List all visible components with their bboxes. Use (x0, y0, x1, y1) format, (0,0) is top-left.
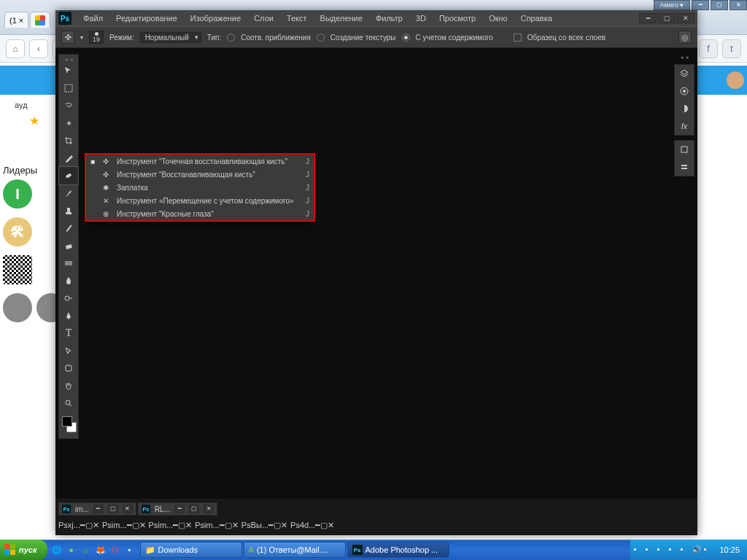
history-brush-tool[interactable] (59, 219, 78, 237)
browser-maximize[interactable]: ▢ (711, 0, 728, 10)
home-button[interactable]: ⌂ (6, 39, 25, 58)
radio-proximity[interactable] (227, 34, 235, 42)
doc-tab[interactable]: Ps4d...━▢✕ (290, 521, 334, 530)
doc-tab-close[interactable]: ✕ (123, 505, 133, 513)
history-panel-icon[interactable] (675, 141, 694, 158)
taskbar-item-mail[interactable]: A (1) Ответы@Mail.... (244, 542, 346, 558)
doc-tab-min[interactable]: ━ (174, 505, 185, 513)
back-button[interactable]: ‹ (29, 39, 48, 58)
doc-tab-max[interactable]: ▢ (189, 505, 199, 513)
properties-panel-icon[interactable] (675, 158, 694, 176)
menu-window[interactable]: Окно (483, 12, 514, 25)
tray-clock[interactable]: 10:25 (715, 545, 744, 554)
avatar[interactable] (3, 293, 32, 322)
move-tool[interactable] (59, 62, 78, 79)
wand-tool[interactable]: ✶ (59, 114, 78, 132)
ql-unknown-icon[interactable]: • (123, 543, 136, 556)
marquee-tool[interactable] (59, 79, 78, 97)
tray-icon[interactable]: • (668, 545, 678, 555)
menu-filter[interactable]: Фильтр (370, 12, 409, 25)
healing-brush-tool[interactable] (59, 167, 78, 184)
menu-help[interactable]: Справка (515, 12, 558, 25)
menu-view[interactable]: Просмотр (433, 12, 481, 25)
color-swatches[interactable] (59, 415, 78, 437)
avatar[interactable]: 🛠 (3, 217, 32, 246)
browser-minimize[interactable]: ━ (692, 0, 709, 10)
ps-maximize[interactable]: ▢ (658, 13, 676, 23)
tray-icon[interactable]: • (657, 545, 667, 555)
ql-firefox-icon[interactable]: 🦊 (94, 543, 107, 556)
gradient-tool[interactable] (59, 254, 78, 272)
doc-tab-close[interactable]: ✕ (204, 505, 214, 513)
start-button[interactable]: пуск (0, 540, 47, 560)
avatar[interactable] (3, 255, 32, 284)
browser-tab[interactable]: (1 × (4, 12, 28, 28)
tool-preset-icon[interactable]: ✜ (61, 31, 74, 44)
channels-panel-icon[interactable] (675, 82, 694, 100)
tray-icon[interactable]: • (633, 545, 643, 555)
lasso-tool[interactable] (59, 97, 78, 114)
avatar[interactable]: I (3, 179, 32, 209)
doc-tab[interactable]: Psim...━▢✕ (195, 521, 239, 530)
taskbar-item-photoshop[interactable]: Ps Adobe Photoshop ... (347, 542, 449, 558)
doc-tab-min[interactable]: ━ (93, 505, 104, 513)
ql-amigo-icon[interactable]: ● (65, 543, 78, 556)
tray-volume-icon[interactable]: 🔊 (692, 545, 702, 555)
sample-all-checkbox[interactable] (514, 34, 522, 42)
brush-size-picker[interactable]: 19 (89, 31, 104, 44)
flyout-item-content-aware-move[interactable]: ✕ Инструмент «Перемещение с учетом содер… (86, 194, 314, 207)
profile-avatar[interactable] (727, 71, 744, 89)
doc-tab[interactable]: Psxj...━▢✕ (58, 521, 99, 530)
ps-minimize[interactable]: ━ (639, 13, 657, 23)
flyout-item-spot-healing[interactable]: ■ ✜ Инструмент "Точечная восстанавливающ… (86, 155, 314, 168)
doc-tab[interactable]: PsВы...━▢✕ (241, 521, 287, 530)
eraser-tool[interactable] (59, 237, 78, 254)
doc-tab[interactable]: Psim...━▢✕ (149, 521, 193, 530)
menu-layer[interactable]: Слои (248, 12, 279, 25)
taskbar-item-downloads[interactable]: 📁 Downloads (140, 542, 242, 558)
menu-select[interactable]: Выделение (314, 12, 368, 25)
menu-edit[interactable]: Редактирование (110, 12, 183, 25)
pressure-icon[interactable]: ◎ (678, 31, 692, 44)
flyout-item-patch[interactable]: ✱ Заплатка J (86, 181, 314, 194)
doc-tab[interactable]: Ps im... ━ ▢ ✕ (58, 502, 136, 516)
ql-opera-icon[interactable]: O (109, 543, 122, 556)
menu-3d[interactable]: 3D (410, 12, 432, 25)
styles-panel-icon[interactable]: fx (675, 117, 694, 135)
dock-grip[interactable]: ◄◄ (674, 54, 694, 60)
tray-icon[interactable]: • (645, 545, 655, 555)
radio-content-aware[interactable] (402, 34, 410, 42)
hand-tool[interactable] (59, 377, 78, 394)
zoom-tool[interactable] (59, 394, 78, 412)
amigo-menu[interactable]: Амиго ▾ (654, 0, 690, 10)
type-tool[interactable]: T (59, 324, 78, 342)
shape-tool[interactable] (59, 359, 78, 377)
doc-tab[interactable]: Psim...━▢✕ (102, 521, 146, 530)
radio-texture[interactable] (317, 34, 325, 42)
ql-utorrent-icon[interactable]: µ (80, 543, 93, 556)
menu-image[interactable]: Изображение (185, 12, 247, 25)
browser-close[interactable]: ✕ (729, 0, 747, 10)
ql-chrome-icon[interactable]: 🌐 (50, 543, 63, 556)
browser-tab[interactable] (30, 12, 50, 28)
flyout-item-healing[interactable]: ✜ Инструмент "Восстанавливающая кисть" J (86, 168, 314, 181)
stamp-tool[interactable] (59, 202, 78, 219)
dodge-tool[interactable] (59, 289, 78, 307)
blur-tool[interactable] (59, 272, 78, 289)
menu-file[interactable]: Файл (77, 12, 109, 25)
tray-icon[interactable]: • (703, 545, 713, 555)
doc-tab[interactable]: Ps RL... ━ ▢ ✕ (138, 502, 217, 516)
toolbox-grip[interactable]: ◄◄ (59, 56, 78, 62)
doc-tab-max[interactable]: ▢ (108, 505, 118, 513)
menu-type[interactable]: Текст (281, 12, 313, 25)
chevron-down-icon[interactable]: ▾ (80, 34, 83, 41)
brush-tool[interactable] (59, 184, 78, 202)
social-tw-icon[interactable]: t (722, 39, 741, 58)
adjustments-panel-icon[interactable] (675, 100, 694, 117)
social-fb-icon[interactable]: f (699, 39, 718, 58)
tray-icon[interactable]: • (680, 545, 690, 555)
layers-panel-icon[interactable] (675, 65, 694, 82)
ps-close[interactable]: ✕ (677, 13, 694, 23)
eyedropper-tool[interactable] (59, 149, 78, 167)
path-select-tool[interactable] (59, 342, 78, 359)
